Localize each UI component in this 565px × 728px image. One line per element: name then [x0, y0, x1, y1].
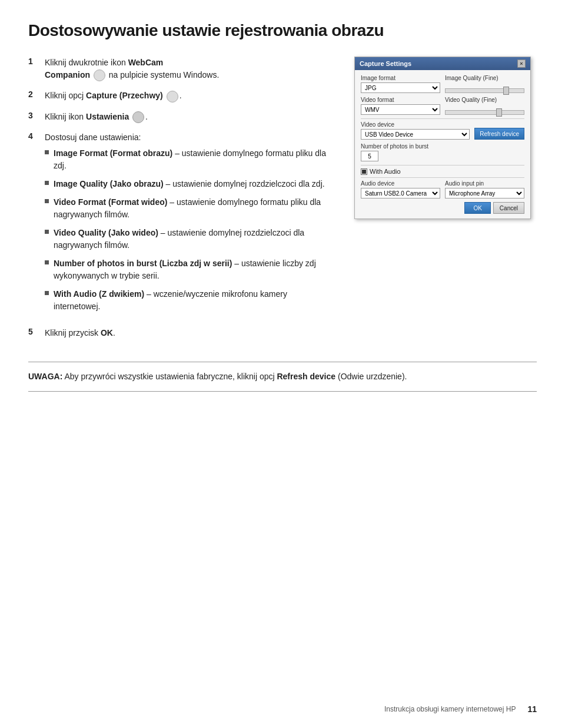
audio-input-select[interactable]: Microphone Array	[445, 188, 524, 198]
video-quality-label: Video Quality (Fine)	[445, 97, 524, 103]
step-5: 5 Kliknij przycisk OK.	[28, 327, 335, 339]
image-quality-slider[interactable]	[445, 88, 524, 93]
image-format-select[interactable]: JPG	[361, 82, 440, 93]
dialog-divider-1	[361, 118, 524, 119]
capture-settings-dialog: Capture Settings × Image format JPG Imag…	[354, 57, 531, 219]
dialog-buttons-row: OK Cancel	[361, 202, 524, 214]
burst-input[interactable]	[361, 151, 378, 161]
bullet-square-6	[45, 291, 49, 295]
bullet-text-3: Video Format (Format wideo) – ustawienie…	[54, 196, 335, 221]
step-1-content: Kliknij dwukrotnie ikon WebCamCompanion …	[45, 57, 219, 81]
video-format-row: Video format WMV Video Quality (Fine)	[361, 97, 524, 115]
audio-device-select[interactable]: Saturn USB2.0 Camera	[361, 188, 440, 198]
step-4-number: 4	[28, 131, 39, 141]
bullet-item-3: Video Format (Format wideo) – ustawienie…	[45, 196, 335, 221]
image-quality-label: Image Quality (Fine)	[445, 75, 524, 81]
video-device-field: Video device USB Video Device	[361, 121, 470, 140]
image-format-row: Image format JPG Image Quality (Fine)	[361, 75, 524, 93]
note-section: UWAGA: Aby przywróci wszystkie ustawieni…	[28, 362, 537, 392]
dialog-divider-2	[361, 165, 524, 166]
dialog-title: Capture Settings	[360, 60, 411, 67]
step-5-number: 5	[28, 327, 39, 336]
video-format-select[interactable]: WMV	[361, 104, 440, 115]
step-5-content: Kliknij przycisk OK.	[45, 327, 115, 339]
bullet-item-2: Image Quality (Jako obrazu) – ustawienie…	[45, 178, 335, 190]
step-3-number: 3	[28, 111, 39, 120]
capture-icon	[167, 91, 178, 102]
audio-device-row: Audio device Saturn USB2.0 Camera Audio …	[361, 180, 524, 198]
with-audio-checkbox[interactable]	[361, 168, 367, 175]
video-quality-slider-field: Video Quality (Fine)	[445, 97, 524, 115]
video-quality-slider[interactable]	[445, 110, 524, 115]
page-title: Dostosowywanie ustawie rejestrowania obr…	[28, 21, 537, 40]
bullet-text-5: Number of photos in burst (Liczba zdj w …	[54, 257, 335, 282]
dialog-ok-button[interactable]: OK	[464, 202, 490, 214]
dialog-divider-3	[361, 177, 524, 178]
bullet-square-3	[45, 199, 49, 203]
dialog-cancel-button[interactable]: Cancel	[493, 202, 524, 214]
with-audio-row: With Audio	[361, 168, 524, 175]
bullet-square-5	[45, 260, 49, 264]
image-format-field: Image format JPG	[361, 75, 440, 93]
footer-page-number: 11	[527, 704, 537, 714]
bullet-item-1: Image Format (Format obrazu) – ustawieni…	[45, 147, 335, 172]
video-format-label: Video format	[361, 97, 440, 103]
video-device-select[interactable]: USB Video Device	[361, 129, 470, 140]
checkbox-check-mark	[362, 170, 366, 174]
audio-input-label: Audio input pin	[445, 180, 524, 187]
step-2-number: 2	[28, 90, 39, 99]
left-column: 1 Kliknij dwukrotnie ikon WebCamCompanio…	[28, 57, 335, 348]
bullet-square-1	[45, 150, 49, 154]
bullet-text-4: Video Quality (Jako wideo) – ustawienie …	[54, 227, 335, 252]
with-audio-label: With Audio	[370, 168, 401, 175]
step-4: 4 Dostosuj dane ustawienia: Image Format…	[28, 131, 335, 319]
audio-input-field: Audio input pin Microphone Array	[445, 180, 524, 198]
step-4-content: Dostosuj dane ustawienia: Image Format (…	[45, 131, 335, 319]
note-text: UWAGA: Aby przywróci wszystkie ustawieni…	[28, 370, 537, 383]
step-3: 3 Kliknij ikon Ustawienia .	[28, 111, 335, 123]
dialog-close-button[interactable]: ×	[517, 59, 526, 68]
burst-label: Number of photos in burst	[361, 143, 524, 150]
audio-device-field: Audio device Saturn USB2.0 Camera	[361, 180, 440, 198]
step-3-content: Kliknij ikon Ustawienia .	[45, 111, 148, 123]
bullet-list: Image Format (Format obrazu) – ustawieni…	[45, 147, 335, 313]
webcam-companion-icon	[94, 70, 105, 81]
video-device-row: Video device USB Video Device Refresh de…	[361, 121, 524, 140]
image-format-label: Image format	[361, 75, 440, 81]
image-quality-slider-field: Image Quality (Fine)	[445, 75, 524, 93]
page-footer: Instrukcja obsługi kamery internetowej H…	[384, 704, 537, 714]
step-1: 1 Kliknij dwukrotnie ikon WebCamCompanio…	[28, 57, 335, 81]
step-2: 2 Kliknij opcj Capture (Przechwy) .	[28, 90, 335, 102]
video-device-label: Video device	[361, 121, 470, 128]
bullet-text-2: Image Quality (Jako obrazu) – ustawienie…	[54, 178, 325, 190]
dialog-titlebar: Capture Settings ×	[355, 57, 530, 70]
bullet-square-4	[45, 230, 49, 234]
bullet-text-1: Image Format (Format obrazu) – ustawieni…	[54, 147, 335, 172]
audio-device-label: Audio device	[361, 180, 440, 187]
right-column: Capture Settings × Image format JPG Imag…	[354, 57, 537, 348]
dialog-body: Image format JPG Image Quality (Fine) Vi…	[355, 70, 530, 219]
settings-icon	[132, 111, 144, 123]
bullet-item-5: Number of photos in burst (Liczba zdj w …	[45, 257, 335, 282]
steps-list: 1 Kliknij dwukrotnie ikon WebCamCompanio…	[28, 57, 335, 339]
bullet-text-6: With Audio (Z dwikiem) – wczenie/wyczeni…	[54, 288, 335, 313]
footer-label: Instrukcja obsługi kamery internetowej H…	[384, 705, 516, 713]
burst-field: Number of photos in burst	[361, 143, 524, 161]
step-2-content: Kliknij opcj Capture (Przechwy) .	[45, 90, 182, 102]
bullet-item-6: With Audio (Z dwikiem) – wczenie/wyczeni…	[45, 288, 335, 313]
content-area: 1 Kliknij dwukrotnie ikon WebCamCompanio…	[28, 57, 537, 348]
bullet-square-2	[45, 181, 49, 185]
video-format-field: Video format WMV	[361, 97, 440, 115]
refresh-btn-container: Refresh device	[474, 128, 524, 140]
refresh-device-button[interactable]: Refresh device	[474, 128, 524, 140]
bullet-item-4: Video Quality (Jako wideo) – ustawienie …	[45, 227, 335, 252]
step-1-number: 1	[28, 57, 39, 66]
